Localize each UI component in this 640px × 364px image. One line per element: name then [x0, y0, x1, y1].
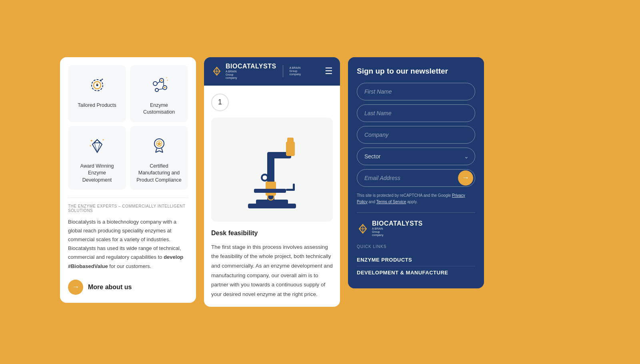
logo-light: CATALYSTS	[238, 63, 276, 70]
terms-link[interactable]: Terms of Service	[376, 200, 406, 204]
certified-icon	[147, 134, 171, 158]
email-wrapper: →	[357, 169, 475, 187]
svg-point-5	[102, 78, 103, 80]
panel-mid: BIOCATALYSTS A BRAINGroupcompany A BRAIN…	[204, 57, 340, 307]
award-label: Award Winning Enzyme Development	[74, 163, 120, 184]
footer-logo-icon	[357, 223, 368, 234]
enzyme-label: Enzyme Customisation	[136, 102, 182, 116]
page-container: Tailored Products +	[60, 57, 580, 307]
footer-logo: BIOCATALYSTS A BRAINGroupcompany	[357, 220, 475, 237]
quick-link-enzyme-products[interactable]: ENZYME PRODUCTS	[357, 254, 475, 266]
divider-1	[68, 198, 188, 198]
svg-line-20	[94, 143, 97, 152]
svg-line-13	[158, 89, 163, 90]
hamburger-button[interactable]: ☰	[325, 66, 333, 76]
award-icon: ✦ ✦ ✦	[85, 134, 109, 158]
footer-logo-name: BIOCATALYSTS	[372, 220, 423, 227]
nav-header: BIOCATALYSTS A BRAINGroupcompany A BRAIN…	[204, 57, 340, 86]
svg-text:✦: ✦	[89, 144, 92, 147]
svg-point-7	[153, 82, 157, 86]
svg-point-15	[164, 87, 166, 88]
svg-text:✦: ✦	[90, 139, 93, 143]
privacy-policy-link[interactable]: Privacy Policy	[357, 193, 465, 204]
microscope-image	[211, 118, 333, 222]
features-grid: Tailored Products +	[68, 65, 188, 190]
footer-logo-bold: BIO	[372, 220, 384, 227]
newsletter-title: Sign up to our newsletter	[357, 67, 475, 76]
quick-links-label: QUICK LINKS	[357, 244, 475, 249]
svg-point-47	[262, 175, 267, 180]
last-name-input[interactable]	[357, 104, 475, 122]
email-input[interactable]	[357, 169, 475, 187]
logo-text: BIOCATALYSTS A BRAINGroupcompany	[226, 63, 276, 80]
more-about-us-button[interactable]: → More about us	[68, 280, 132, 295]
enzyme-icon: + ✦	[147, 73, 171, 97]
grid-item-enzyme: + ✦ Enzyme Customisation	[130, 65, 188, 122]
grid-item-certified: Certified Manufacturing and Product Comp…	[130, 126, 188, 190]
logo-main: BIOCATALYSTS	[226, 63, 276, 70]
panel-right: Sign up to our newsletter Sector Pharmac…	[348, 57, 484, 288]
tagline: THE ENZYME EXPERTS – COMMERCIALLY INTELL…	[68, 204, 188, 213]
panel-divider	[357, 212, 475, 213]
recaptcha-text: This site is protected by reCAPTCHA and …	[357, 192, 475, 205]
grid-item-tailored: Tailored Products	[68, 65, 126, 122]
logo-bold: BIO	[226, 63, 238, 70]
more-btn-label: More about us	[88, 284, 132, 291]
svg-rect-45	[293, 184, 295, 191]
footer-logo-text: BIOCATALYSTS A BRAINGroupcompany	[372, 220, 423, 237]
svg-line-21	[97, 143, 100, 152]
svg-rect-41	[287, 138, 294, 145]
sector-select[interactable]: Sector Pharmaceutical Food & Beverage Di…	[357, 148, 475, 165]
email-submit-button[interactable]: →	[458, 170, 473, 186]
panel-left: Tailored Products +	[60, 57, 196, 303]
logo-sub-text: A BRAINGroupcompany	[290, 66, 301, 76]
grid-item-award: ✦ ✦ ✦ Award Winning Enzyme Development	[68, 126, 126, 190]
sector-wrapper: Sector Pharmaceutical Food & Beverage Di…	[357, 148, 475, 165]
quick-link-dev-manufacture[interactable]: DEVELOPMENT & MANUFACTURE	[357, 266, 475, 279]
svg-text:✦: ✦	[102, 138, 104, 141]
footer-logo-light: CATALYSTS	[384, 220, 423, 227]
logo-sub: A BRAINGroupcompany	[226, 70, 276, 80]
svg-point-3	[96, 84, 98, 86]
divider-logo	[283, 65, 283, 77]
svg-marker-18	[92, 140, 102, 152]
logo: BIOCATALYSTS A BRAINGroupcompany A BRAIN…	[211, 63, 301, 80]
tailored-label: Tailored Products	[78, 102, 116, 109]
svg-rect-43	[254, 189, 286, 193]
svg-point-49	[270, 196, 272, 198]
bio-logo-icon	[211, 66, 222, 77]
svg-text:✦: ✦	[166, 79, 168, 82]
logo-sub-area: A BRAINGroupcompany	[290, 66, 301, 76]
description: Biocatalysts is a biotechnology company …	[68, 218, 188, 271]
first-name-input[interactable]	[357, 83, 475, 100]
svg-marker-28	[156, 141, 162, 146]
step-indicator: 1	[211, 94, 229, 111]
tailored-icon	[85, 73, 109, 97]
svg-point-14	[161, 80, 162, 81]
arrow-icon: →	[68, 280, 83, 295]
section-title: Desk feasibility	[211, 230, 333, 237]
svg-point-10	[155, 88, 158, 92]
certified-label: Certified Manufacturing and Product Comp…	[136, 163, 182, 184]
mid-body: 1	[204, 86, 340, 307]
footer-logo-sub: A BRAINGroupcompany	[372, 227, 423, 237]
section-body: The first stage in this process involves…	[211, 242, 333, 299]
company-input[interactable]	[357, 126, 475, 144]
